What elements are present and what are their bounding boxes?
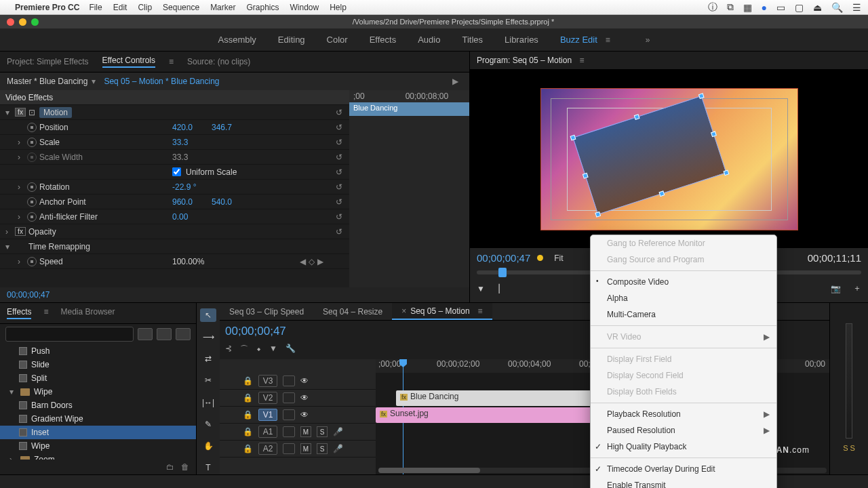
hand-tool-icon[interactable]: ✋ — [200, 439, 216, 453]
reset-icon[interactable]: ↺ — [336, 138, 342, 147]
track-v3-header[interactable]: 🔒V3👁 — [220, 373, 376, 390]
tab-source[interactable]: Source: (no clips) — [187, 57, 250, 66]
ctx-timecode-overlay[interactable]: ✓Timecode Overlay During Edit — [591, 461, 776, 477]
app-name[interactable]: Premiere Pro CC — [15, 3, 79, 12]
ec-scale-value[interactable]: 33.3 — [172, 138, 188, 147]
workspace-effects[interactable]: Effects — [370, 35, 397, 45]
ec-position-y[interactable]: 346.7 — [212, 123, 232, 132]
close-tab-icon[interactable]: × — [401, 306, 406, 316]
timeline-tab-seq03[interactable]: Seq 03 – Clip Speed — [220, 303, 313, 320]
effect-slide[interactable]: Slide — [0, 358, 196, 371]
workspace-libraries[interactable]: Libraries — [505, 35, 538, 45]
ctx-composite-video[interactable]: •Composite Video — [591, 274, 776, 290]
new-bin-icon[interactable]: 🗀 — [166, 462, 174, 472]
ec-footer-timecode[interactable]: 00;00;00;47 — [7, 290, 50, 300]
reset-icon[interactable]: ↺ — [336, 182, 342, 192]
marker-icon[interactable]: ▼ — [269, 344, 277, 355]
toggle-output-icon[interactable] — [283, 392, 295, 403]
menubar-info-icon[interactable]: ⓘ — [708, 1, 717, 14]
uniform-scale-checkbox[interactable] — [172, 167, 181, 176]
ctx-paused-resolution[interactable]: Paused Resolution▶ — [591, 422, 776, 439]
ec-rotation-value[interactable]: -22.9 ° — [172, 182, 196, 192]
minimize-window-button[interactable] — [19, 18, 26, 26]
linked-selection-icon[interactable]: ⌒ — [240, 344, 248, 355]
menubar-spotlight-icon[interactable]: 🔍 — [831, 2, 843, 13]
workspace-audio[interactable]: Audio — [418, 35, 440, 45]
menu-marker[interactable]: Marker — [210, 3, 235, 12]
menubar-dropbox-icon[interactable]: ⧉ — [727, 1, 734, 13]
filter-yuv-icon[interactable] — [176, 328, 191, 340]
filter-32bit-icon[interactable] — [157, 328, 172, 340]
timeline-timecode[interactable]: 00;00;00;47 — [225, 325, 286, 338]
ec-anchor-y[interactable]: 540.0 — [212, 197, 232, 207]
mute-button[interactable]: M — [300, 426, 311, 437]
workspace-buzz-edit[interactable]: Buzz Edit — [560, 35, 597, 45]
program-preview[interactable] — [470, 70, 868, 248]
program-current-timecode[interactable]: 00;00;00;47 — [477, 252, 530, 264]
ec-speed-value[interactable]: 100.00% — [172, 257, 204, 266]
close-window-button[interactable] — [7, 18, 14, 26]
voiceover-icon[interactable]: 🎤 — [333, 444, 343, 453]
folder-wipe[interactable]: ▾Wipe — [0, 385, 196, 399]
menu-graphics[interactable]: Graphics — [246, 3, 279, 12]
keyframe-toggle-icon[interactable] — [27, 123, 37, 132]
ec-opacity-row[interactable]: ›fx Opacity ↺ — [0, 224, 349, 239]
ctx-high-quality-playback[interactable]: ✓High Quality Playback — [591, 439, 776, 455]
tab-effects[interactable]: Effects — [7, 307, 31, 319]
menubar-list-icon[interactable]: ☰ — [852, 2, 861, 13]
ctx-alpha[interactable]: Alpha — [591, 290, 776, 306]
ripple-edit-tool-icon[interactable]: ⇄ — [200, 352, 216, 365]
keyframe-toggle-icon[interactable] — [27, 197, 37, 207]
trash-icon[interactable]: 🗑 — [181, 462, 189, 472]
ec-timeline-clip[interactable]: Blue Dancing — [349, 102, 469, 116]
track-v2-header[interactable]: 🔒V2👁 — [220, 390, 376, 407]
lock-icon[interactable]: 🔒 — [243, 410, 253, 420]
filter-accelerated-icon[interactable] — [138, 328, 153, 340]
workspace-overflow-icon[interactable]: » — [646, 35, 650, 45]
toggle-output-icon[interactable] — [283, 375, 295, 386]
button-editor-icon[interactable]: ＋ — [853, 283, 861, 294]
mark-out-icon[interactable]: ⎮ — [497, 284, 501, 293]
timeline-tab-seq04[interactable]: Seq 04 – Resize — [313, 303, 392, 320]
lock-icon[interactable]: 🔒 — [243, 393, 253, 403]
ec-sequence-link[interactable]: Seq 05 – Motion * Blue Dancing — [104, 77, 219, 86]
toggle-output-icon[interactable] — [283, 409, 295, 420]
workspace-color[interactable]: Color — [327, 35, 348, 45]
menubar-record-icon[interactable]: ● — [762, 2, 767, 13]
track-select-tool-icon[interactable]: ⟶ — [200, 330, 216, 344]
menu-edit[interactable]: Edit — [113, 3, 127, 12]
effect-barn-doors[interactable]: Barn Doors — [0, 399, 196, 412]
workspace-menu-icon[interactable]: ≡ — [606, 35, 610, 45]
effect-push[interactable]: Push — [0, 344, 196, 358]
ec-timeline-toggle-icon[interactable]: ▶ — [452, 77, 458, 86]
ec-antiflicker-value[interactable]: 0.00 — [172, 212, 188, 222]
add-marker-icon[interactable]: ⬥ — [256, 344, 261, 355]
solo-button[interactable]: S — [317, 426, 328, 437]
ctx-playback-resolution[interactable]: Playback Resolution▶ — [591, 406, 776, 422]
program-tab[interactable]: Program: Seq 05 – Motion — [477, 56, 572, 65]
ec-position-x[interactable]: 420.0 — [172, 123, 193, 132]
track-a1-header[interactable]: 🔒A1MS🎤 — [220, 424, 376, 441]
eye-icon[interactable]: 👁 — [300, 410, 309, 420]
folder-zoom[interactable]: ›Zoom — [0, 453, 196, 460]
razor-tool-icon[interactable]: ✂ — [200, 373, 216, 387]
timeline-menu-icon[interactable]: ≡ — [478, 306, 483, 316]
lock-icon[interactable]: 🔒 — [243, 376, 253, 386]
keyframe-toggle-icon[interactable] — [27, 257, 37, 266]
effect-controls-menu-icon[interactable]: ≡ — [169, 57, 174, 66]
reset-icon[interactable]: ↺ — [336, 123, 342, 132]
pen-tool-icon[interactable]: ✎ — [200, 418, 216, 431]
slip-tool-icon[interactable]: |↔| — [200, 396, 216, 409]
menu-help[interactable]: Help — [330, 3, 347, 12]
selection-tool-icon[interactable]: ↖ — [200, 308, 216, 322]
export-frame-icon[interactable]: 📷 — [831, 284, 841, 293]
snap-icon[interactable]: ⊰ — [225, 344, 232, 355]
reset-icon[interactable]: ↺ — [336, 167, 342, 177]
playhead-icon[interactable] — [498, 268, 507, 277]
workspace-assembly[interactable]: Assembly — [218, 35, 256, 45]
effects-search-input[interactable] — [5, 327, 134, 342]
add-keyframe-icon[interactable]: ◇ — [309, 257, 315, 266]
reset-icon[interactable]: ↺ — [336, 152, 342, 162]
tab-project[interactable]: Project: Simple Effects — [7, 57, 89, 66]
tab-media-browser[interactable]: Media Browser — [60, 307, 115, 319]
